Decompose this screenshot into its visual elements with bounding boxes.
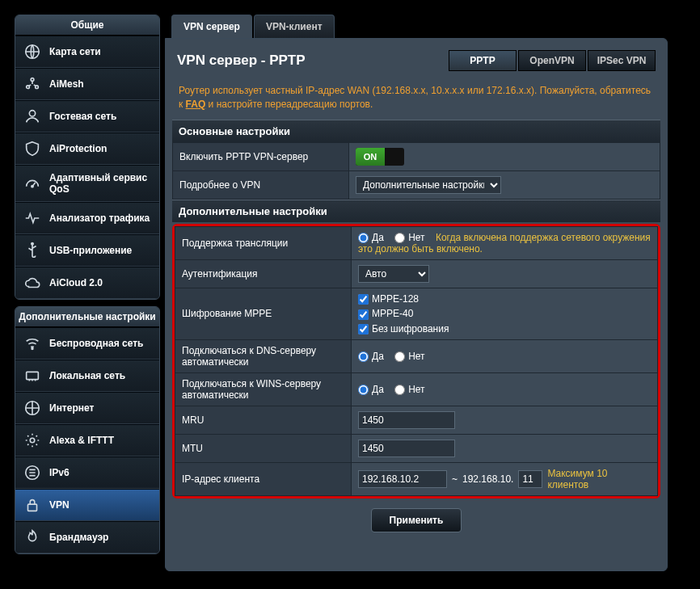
wins-yes-radio[interactable] [358,385,369,395]
sidebar-item-usb-app[interactable]: USB-приложение [15,234,159,267]
row-mtu: MTU [175,434,658,462]
sidebar-item-wireless[interactable]: Беспроводная сеть [15,327,159,360]
label-vpn-details: Подробнее о VPN [173,170,349,199]
sidebar-item-aicloud[interactable]: AiCloud 2.0 [15,267,159,299]
advanced-section-header: Дополнительные настройки [172,200,660,222]
broadcast-yes-label[interactable]: Да [358,232,384,243]
svg-point-4 [29,111,35,116]
sidebar-item-label: AiCloud 2.0 [49,277,103,288]
globe-icon [23,43,41,61]
toggle-on-label: ON [356,148,385,166]
sidebar-item-label: Локальная сеть [49,370,125,381]
enable-pptp-toggle[interactable]: ON [356,148,404,166]
svg-rect-8 [27,372,39,379]
sidebar-item-label: Адаптивный сервис QoS [49,172,151,195]
row-broadcast: Поддержка трансляции Да Нет Когда включе… [175,226,658,259]
sidebar-item-aimesh[interactable]: AiMesh [15,68,159,100]
sidebar-advanced-group: Дополнительные настройки Беспроводная се… [15,306,160,554]
sidebar-item-ipv6[interactable]: IPv6 [15,456,159,489]
sidebar-item-label: AiMesh [49,78,84,90]
dns-yes-radio[interactable] [358,351,369,362]
sidebar-item-aiprotection[interactable]: AiProtection [15,133,159,165]
label-enable-pptp: Включить PPTP VPN-сервер [173,142,349,170]
pulse-icon [23,209,41,227]
svg-point-1 [31,78,34,82]
sidebar-item-network-map[interactable]: Карта сети [15,36,159,68]
sidebar-item-vpn[interactable]: VPN [15,489,159,521]
sidebar-item-label: Интернет [49,402,94,414]
page-title: VPN сервер - PPTP [177,53,306,69]
advanced-settings-table: Поддержка трансляции Да Нет Когда включе… [175,226,658,496]
svg-rect-12 [28,504,37,511]
label-dns-auto: Подключаться к DNS-серверу автоматически [175,339,352,372]
dns-no-label[interactable]: Нет [394,351,424,362]
fire-icon [23,528,41,546]
dns-no-radio[interactable] [394,351,405,362]
wins-yes-label[interactable]: Да [358,384,384,395]
label-broadcast: Поддержка трансляции [175,226,352,259]
noenc-label[interactable]: Без шифрования [358,323,651,334]
mppe40-checkbox[interactable] [358,309,369,320]
sidebar-item-firewall[interactable]: Брандмауэр [15,521,159,553]
sidebar-item-qos[interactable]: Адаптивный сервис QoS [15,165,159,202]
vpn-details-select[interactable]: Дополнительные настройки [356,176,501,194]
mppe128-checkbox[interactable] [358,294,369,305]
mode-openvpn-button[interactable]: OpenVPN [518,50,586,71]
ip-prefix: 192.168.10. [462,473,513,485]
label-mppe: Шифрование MPPE [175,288,352,339]
sidebar-item-wan[interactable]: Интернет [15,392,159,424]
mru-input[interactable] [358,411,455,429]
label-auth: Аутентификация [175,259,352,288]
notice-text-post: и настройте переадресацию портов. [205,99,373,110]
mode-ipsec-button[interactable]: IPSec VPN [588,50,656,71]
lock-icon [23,496,41,514]
sidebar-item-alexa-ifttt[interactable]: Alexa & IFTTT [15,424,159,456]
row-auth: Аутентификация Авто [175,259,658,288]
sidebar-item-label: AiProtection [49,143,107,154]
sidebar-general-header: Общие [15,15,159,36]
faq-link[interactable]: FAQ [186,99,206,110]
wins-no-radio[interactable] [394,385,405,395]
mode-pptp-button[interactable]: PPTP [449,50,517,71]
ipv6-icon [23,464,41,482]
tab-vpn-server[interactable]: VPN сервер [171,15,252,38]
ip-separator: ~ [452,473,458,485]
sidebar-item-label: Беспроводная сеть [49,338,143,349]
row-client-ip: IP-адрес клиента ~ 192.168.10. Максимум … [175,462,658,495]
row-mru: MRU [175,406,658,434]
svg-point-6 [32,243,33,245]
sidebar-item-lan[interactable]: Локальная сеть [15,360,159,392]
dns-yes-label[interactable]: Да [358,351,384,362]
user-icon [23,107,41,125]
sidebar-item-traffic-analyzer[interactable]: Анализатор трафика [15,202,159,234]
sidebar-item-guest-network[interactable]: Гостевая сеть [15,100,159,133]
svg-point-7 [32,348,33,350]
content-panel: VPN сервер - PPTP PPTP OpenVPN IPSec VPN… [165,38,668,571]
row-vpn-details: Подробнее о VPN Дополнительные настройки [173,170,660,199]
apply-button[interactable]: Применить [371,508,462,532]
auth-select[interactable]: Авто [358,265,429,283]
sidebar-item-label: Гостевая сеть [49,111,116,122]
basic-settings-table: Включить PPTP VPN-сервер ON Подробнее о … [172,142,660,200]
voice-icon [23,431,41,449]
sidebar-item-label: Брандмауэр [49,532,108,543]
mppe40-label[interactable]: MPPE-40 [358,308,651,319]
broadcast-yes-radio[interactable] [358,233,369,243]
apply-row: Применить [172,499,660,542]
sidebar-general-group: Общие Карта сети AiMesh Гостевая сеть Ai… [15,15,160,300]
noenc-checkbox[interactable] [358,324,369,334]
wins-no-label[interactable]: Нет [394,384,424,395]
broadcast-no-radio[interactable] [394,233,405,243]
tab-bar: VPN сервер VPN-клиент [171,15,668,38]
mtu-input[interactable] [358,440,455,457]
broadcast-no-label[interactable]: Нет [394,232,424,243]
advanced-settings-highlight: Поддержка трансляции Да Нет Когда включе… [172,224,660,499]
ip-end-input[interactable] [518,470,542,488]
ip-start-input[interactable] [358,470,447,488]
basic-section-header: Основные настройки [172,120,660,142]
sidebar: Общие Карта сети AiMesh Гостевая сеть Ai… [15,15,160,571]
label-mtu: MTU [175,434,352,462]
usb-icon [23,242,41,259]
mppe128-label[interactable]: MPPE-128 [358,293,651,305]
tab-vpn-client[interactable]: VPN-клиент [254,15,335,38]
